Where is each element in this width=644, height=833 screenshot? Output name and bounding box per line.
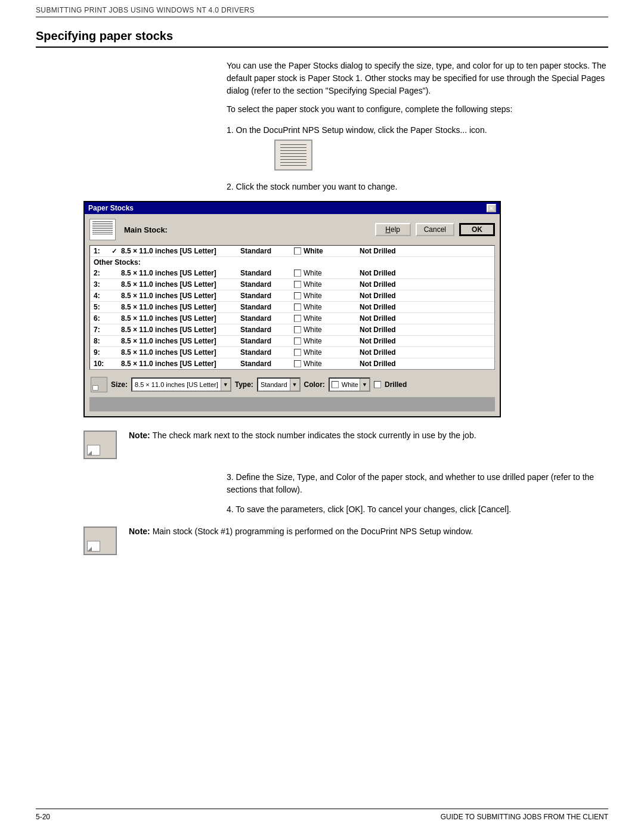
type-value: Standard (258, 380, 290, 389)
paper-stack-icon (274, 140, 312, 171)
page-footer: 5-20 GUIDE TO SUBMITTING JOBS FROM THE C… (36, 809, 608, 821)
color-dropdown-arrow[interactable]: ▼ (360, 379, 369, 391)
color-select[interactable]: White ▼ (329, 377, 370, 392)
note1-area: Note: The check mark next to the stock n… (83, 429, 608, 459)
stock-list: 1: ✓ 8.5 × 11.0 inches [US Letter] Stand… (89, 245, 495, 370)
footer-right: GUIDE TO SUBMITTING JOBS FROM THE CLIENT (441, 813, 608, 821)
stock-row-4[interactable]: 4: 8.5 × 11.0 inches [US Letter] Standar… (90, 290, 494, 302)
dialog-title: Paper Stocks (88, 204, 134, 212)
color-checkbox-8[interactable] (294, 337, 301, 345)
help-button[interactable]: Help (375, 223, 411, 236)
footer-left: 5-20 (36, 813, 50, 821)
dialog-wrapper: Paper Stocks × Main Stock: Help Cancel O… (83, 201, 608, 417)
type-label: Type: (235, 380, 253, 389)
paper-stocks-dialog: Paper Stocks × Main Stock: Help Cancel O… (83, 201, 501, 417)
color-checkbox-3[interactable] (294, 281, 301, 288)
stock-check-1: ✓ (112, 247, 121, 255)
stock-num-1: 1: (94, 247, 112, 255)
color-value: White (340, 380, 360, 389)
bottom-controls: Size: 8.5 × 11.0 inches [US Letter] ▼ Ty… (89, 374, 495, 395)
color-checkbox-9[interactable] (294, 349, 301, 356)
color-checkbox-4[interactable] (294, 292, 301, 299)
color-select-checkbox[interactable] (332, 381, 339, 388)
color-checkbox-7[interactable] (294, 326, 301, 333)
stock-row-6[interactable]: 6: 8.5 × 11.0 inches [US Letter] Standar… (90, 313, 494, 324)
stock-row-10[interactable]: 10: 8.5 × 11.0 inches [US Letter] Standa… (90, 358, 494, 369)
note1-text: Note: The check mark next to the stock n… (129, 429, 476, 442)
color-checkbox-10[interactable] (294, 360, 301, 367)
drilled-label: Drilled (385, 380, 407, 389)
note2-area: Note: Main stock (Stock #1) programming … (83, 525, 608, 555)
drilled-checkbox[interactable] (374, 381, 381, 388)
paper-stack-icon-area (274, 140, 608, 172)
cancel-button[interactable]: Cancel (416, 223, 454, 236)
dialog-close-button[interactable]: × (487, 204, 496, 212)
size-select[interactable]: 8.5 × 11.0 inches [US Letter] ▼ (131, 377, 231, 392)
top-header: SUBMITTING PRINT JOBS USING WINDOWS NT 4… (36, 0, 608, 17)
small-paper-icon (89, 219, 116, 240)
bottom-left-icon (91, 377, 107, 392)
size-label: Size: (111, 380, 128, 389)
note2-icon (83, 527, 117, 555)
intro-paragraph1: You can use the Paper Stocks dialog to s… (227, 60, 608, 116)
stock-row-2[interactable]: 2: 8.5 × 11.0 inches [US Letter] Standar… (90, 268, 494, 279)
stock-size-1: 8.5 × 11.0 inches [US Letter] (121, 247, 240, 255)
size-dropdown-arrow[interactable]: ▼ (221, 379, 230, 391)
dialog-top-row: Main Stock: Help Cancel OK (89, 219, 495, 240)
step1-text: 1. On the DocuPrint NPS Setup window, cl… (227, 125, 608, 135)
stock-row-main[interactable]: 1: ✓ 8.5 × 11.0 inches [US Letter] Stand… (90, 246, 494, 257)
stock-type-1: Standard (240, 247, 294, 255)
other-stocks-label: Other Stocks: (90, 257, 494, 268)
ok-button[interactable]: OK (459, 223, 495, 236)
dialog-titlebar: Paper Stocks × (85, 202, 500, 214)
color-label: Color: (304, 380, 325, 389)
section-title: Specifying paper stocks (36, 29, 608, 48)
dialog-gray-bar (89, 397, 495, 411)
color-checkbox-5[interactable] (294, 304, 301, 311)
below-dialog: Note: The check mark next to the stock n… (36, 429, 608, 555)
color-checkbox-6[interactable] (294, 315, 301, 322)
step4: 4. To save the parameters, click [OK]. T… (227, 503, 608, 516)
steps-3-4: 3. Define the Size, Type, and Color of t… (227, 471, 608, 516)
main-stock-label: Main Stock: (124, 225, 370, 234)
type-select[interactable]: Standard ▼ (257, 377, 301, 392)
note1-icon (83, 431, 117, 459)
type-dropdown-arrow[interactable]: ▼ (290, 379, 299, 391)
top-header-text: SUBMITTING PRINT JOBS USING WINDOWS NT 4… (36, 6, 255, 14)
dialog-content: Main Stock: Help Cancel OK 1: ✓ 8.5 × 11… (85, 214, 500, 416)
stock-color-1: White (294, 247, 360, 255)
stock-row-3[interactable]: 3: 8.5 × 11.0 inches [US Letter] Standar… (90, 279, 494, 290)
step2-text: 2. Click the stock number you want to ch… (227, 182, 608, 191)
stock-row-9[interactable]: 9: 8.5 × 11.0 inches [US Letter] Standar… (90, 347, 494, 358)
size-value: 8.5 × 11.0 inches [US Letter] (132, 380, 221, 389)
dialog-icon (89, 219, 119, 240)
color-checkbox-1[interactable] (294, 247, 301, 255)
color-checkbox-2[interactable] (294, 270, 301, 277)
stock-row-5[interactable]: 5: 8.5 × 11.0 inches [US Letter] Standar… (90, 302, 494, 313)
stock-row-8[interactable]: 8: 8.5 × 11.0 inches [US Letter] Standar… (90, 336, 494, 347)
step3: 3. Define the Size, Type, and Color of t… (227, 471, 608, 496)
stock-row-7[interactable]: 7: 8.5 × 11.0 inches [US Letter] Standar… (90, 324, 494, 336)
note2-text: Note: Main stock (Stock #1) programming … (129, 525, 473, 538)
stock-drilled-1: Not Drilled (360, 247, 396, 255)
